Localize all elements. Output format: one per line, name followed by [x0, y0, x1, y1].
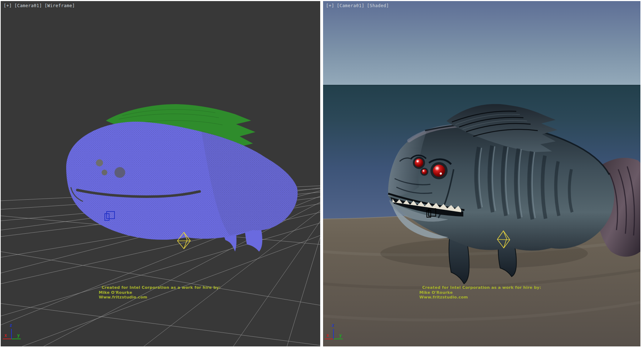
fish-eye-wire-1 [96, 159, 103, 166]
horizon-line [323, 85, 640, 86]
axis-y-label: y [17, 333, 20, 338]
eye-specular [417, 161, 418, 162]
fish-eye-wire-2 [102, 170, 107, 175]
sky [323, 1, 640, 86]
shading-viewport-menu[interactable]: [Shaded] [367, 3, 389, 8]
pov-viewport-menu[interactable]: [Camera01] [337, 3, 364, 8]
general-viewport-menu[interactable]: [+] [4, 3, 12, 8]
scene-watermark-text: Created for Intel Corporation as a work … [419, 285, 541, 300]
world-axis-tripod: x y z [3, 323, 21, 339]
eye-specular [440, 172, 442, 175]
axis-x-label: x [4, 333, 7, 338]
axis-x-label: x [326, 333, 329, 338]
scene-watermark-text: Created for Intel Corporation as a work … [99, 285, 221, 300]
fish-eye-red-small [422, 169, 427, 175]
axis-y-label: y [339, 333, 342, 338]
viewport-wireframe[interactable]: [+] [Camera01] [Wireframe] [1, 1, 320, 346]
viewport-label-right: [+] [Camera01] [Shaded] [326, 3, 389, 8]
fish-eye-red-large [433, 165, 445, 177]
eye-specular [423, 171, 424, 172]
shading-viewport-menu[interactable]: [Wireframe] [44, 3, 75, 8]
general-viewport-menu[interactable]: [+] [326, 3, 334, 8]
fish-eye-red-medium [415, 159, 423, 167]
viewport-label-left: [+] [Camera01] [Wireframe] [4, 3, 75, 8]
axis-z-label: z [332, 323, 334, 328]
pov-viewport-menu[interactable]: [Camera01] [14, 3, 42, 8]
viewport-shaded[interactable]: [+] [Camera01] [Shaded] [323, 1, 640, 346]
fish-eye-wire-3 [114, 167, 125, 178]
axis-z-label: z [10, 323, 12, 328]
max-viewport-area: [+] [Camera01] [Wireframe] [0, 0, 644, 350]
